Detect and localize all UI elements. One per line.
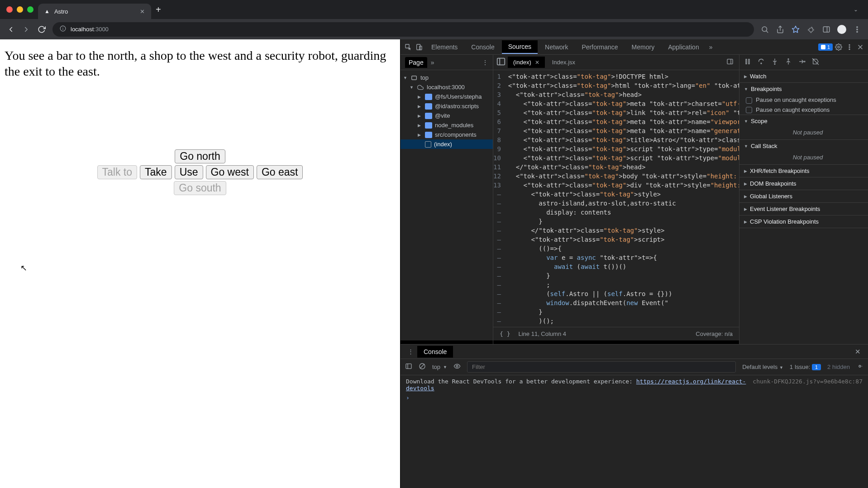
tab-performance[interactable]: Performance	[575, 41, 624, 53]
step-over-icon[interactable]	[758, 58, 765, 67]
nav-resizer[interactable]	[401, 340, 493, 344]
tree-folder-id[interactable]: ▶@id/astro:scripts	[401, 101, 493, 111]
go-south-button[interactable]: Go south	[174, 181, 226, 195]
more-nav-icon[interactable]: »	[431, 59, 434, 66]
pause-caught-checkbox[interactable]: Pause on caught exceptions	[739, 105, 868, 115]
go-north-button[interactable]: Go north	[175, 149, 225, 163]
pause-uncaught-checkbox[interactable]: Pause on uncaught exceptions	[739, 95, 868, 105]
csp-bp-section[interactable]: ▶CSP Violation Breakpoints	[739, 215, 868, 228]
browser-tab[interactable]: ▲ Astro ✕	[38, 4, 151, 19]
issues-badge[interactable]: 1	[818, 43, 833, 51]
toggle-navigator-icon[interactable]	[496, 57, 506, 68]
console-settings-icon[interactable]	[856, 363, 863, 371]
tab-elements[interactable]: Elements	[425, 41, 464, 53]
tab-application[interactable]: Application	[662, 41, 706, 53]
devtools-close-icon[interactable]	[855, 42, 865, 52]
event-bp-section[interactable]: ▶Event Listener Breakpoints	[739, 203, 868, 215]
tab-network[interactable]: Network	[539, 41, 574, 53]
deactivate-bp-icon[interactable]	[812, 58, 819, 67]
editor-tab-index[interactable]: (index)✕	[508, 57, 545, 68]
xhr-bp-section[interactable]: ▶XHR/fetch Breakpoints	[739, 165, 868, 177]
scope-not-paused: Not paused	[739, 127, 868, 139]
toggle-debugger-icon[interactable]	[724, 58, 736, 67]
profile-avatar[interactable]	[837, 25, 846, 34]
tab-sources[interactable]: Sources	[502, 40, 538, 54]
site-info-icon[interactable]	[60, 25, 66, 33]
nav-forward-button[interactable]	[22, 25, 31, 34]
tab-console[interactable]: Console	[465, 41, 501, 53]
nav-reload-button[interactable]	[37, 25, 46, 34]
step-out-icon[interactable]	[785, 58, 792, 67]
drawer-kebab-icon[interactable]: ⋮	[404, 348, 417, 355]
svg-point-30	[774, 63, 775, 64]
breakpoints-section[interactable]: ▼Breakpoints	[739, 83, 868, 95]
resume-icon[interactable]	[744, 58, 751, 67]
devtools-panel: Elements Console Sources Network Perform…	[400, 39, 868, 488]
tab-search-icon[interactable]: ⌄	[854, 6, 858, 13]
svg-point-16	[849, 44, 850, 45]
new-tab-button[interactable]: +	[156, 5, 161, 15]
message-source[interactable]: chunk-DFKQJ226.js?v=9e6b4e8c:87	[753, 378, 863, 392]
chrome-menu-icon[interactable]	[853, 25, 862, 34]
device-toggle-icon[interactable]	[414, 42, 424, 52]
take-button[interactable]: Take	[140, 165, 172, 179]
tree-folder-vite[interactable]: ▶@vite	[401, 111, 493, 120]
devtools-settings-icon[interactable]	[834, 42, 844, 52]
console-sidebar-icon[interactable]	[405, 363, 412, 371]
devtools-kebab-icon[interactable]	[844, 42, 854, 52]
drawer-tab-console[interactable]: Console	[417, 346, 453, 358]
zoom-icon[interactable]	[760, 25, 769, 34]
console-drawer: ⋮ Console ✕ top ▼ Default levels ▼ 1 Iss…	[401, 344, 868, 488]
svg-point-11	[857, 31, 858, 32]
global-listeners-section[interactable]: ▶Global Listeners	[739, 190, 868, 202]
url-text: localhost:3000	[71, 26, 109, 33]
nav-back-button[interactable]	[6, 25, 15, 34]
bookmark-star-icon[interactable]	[791, 25, 800, 34]
go-east-button[interactable]: Go east	[257, 165, 303, 179]
tree-host[interactable]: ▼localhost:3000	[401, 82, 493, 92]
log-levels-select[interactable]: Default levels ▼	[742, 364, 783, 370]
nav-kebab-icon[interactable]: ⋮	[482, 59, 488, 66]
use-button[interactable]: Use	[175, 165, 203, 179]
talk-to-button[interactable]: Talk to	[97, 165, 137, 179]
tree-folder-src[interactable]: ▶src/components	[401, 130, 493, 139]
side-panel-icon[interactable]	[822, 25, 831, 34]
tree-top[interactable]: ▼top	[401, 73, 493, 82]
window-close-button[interactable]	[6, 6, 13, 13]
pretty-print-icon[interactable]: { }	[500, 330, 510, 337]
drawer-close-icon[interactable]: ✕	[851, 348, 864, 356]
page-nav-tab[interactable]: Page	[405, 57, 427, 68]
live-expression-icon[interactable]	[453, 363, 461, 371]
tab-close-icon[interactable]: ✕	[140, 8, 145, 15]
tree-folder-node[interactable]: ▶node_modules	[401, 120, 493, 130]
extensions-icon[interactable]	[806, 25, 816, 34]
tree-file-index[interactable]: (index)	[401, 139, 493, 149]
clear-console-icon[interactable]	[419, 363, 426, 371]
address-bar[interactable]: localhost:3000	[52, 22, 754, 37]
go-west-button[interactable]: Go west	[206, 165, 254, 179]
svg-point-17	[849, 47, 850, 48]
callstack-not-paused: Not paused	[739, 152, 868, 164]
tab-memory[interactable]: Memory	[625, 41, 661, 53]
window-maximize-button[interactable]	[27, 6, 33, 13]
inspect-element-icon[interactable]	[403, 42, 413, 52]
close-tab-icon[interactable]: ✕	[535, 59, 539, 66]
more-tabs-icon[interactable]: »	[706, 43, 715, 51]
hidden-messages[interactable]: 2 hidden	[827, 364, 850, 370]
dom-bp-section[interactable]: ▶DOM Breakpoints	[739, 177, 868, 190]
code-editor[interactable]: 12345678910111213––––––––––––––––––– <"t…	[493, 70, 739, 327]
issues-label[interactable]: 1 Issue: 1	[790, 364, 821, 370]
console-prompt-icon[interactable]: ›	[406, 394, 410, 401]
watch-section[interactable]: ▶Watch	[739, 70, 868, 82]
console-filter-input[interactable]	[467, 361, 736, 373]
window-minimize-button[interactable]	[17, 6, 23, 13]
editor-tab-indexjsx[interactable]: Index.jsx	[547, 57, 581, 68]
console-context[interactable]: top ▼	[432, 364, 447, 370]
tree-folder-fs[interactable]: ▶@fs/Users/stepha	[401, 92, 493, 101]
step-icon[interactable]	[798, 58, 806, 67]
editor-resizer[interactable]	[493, 340, 739, 344]
scope-section[interactable]: ▼Scope	[739, 115, 868, 127]
callstack-section[interactable]: ▼Call Stack	[739, 140, 868, 152]
step-into-icon[interactable]	[771, 58, 778, 67]
share-icon[interactable]	[776, 25, 785, 34]
